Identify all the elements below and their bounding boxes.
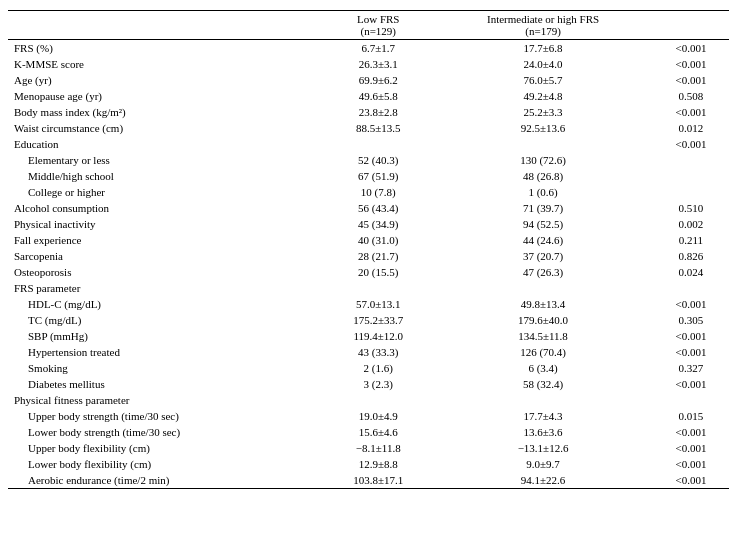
cell-variable: Elementary or less	[8, 152, 323, 168]
cell-variable: Body mass index (kg/m²)	[8, 104, 323, 120]
cell-low-frs	[323, 136, 433, 152]
table-row: Lower body flexibility (cm)12.9±8.89.0±9…	[8, 456, 729, 472]
table-row: SBP (mmHg)119.4±12.0134.5±11.8<0.001	[8, 328, 729, 344]
table-row: Aerobic endurance (time/2 min)103.8±17.1…	[8, 472, 729, 489]
table-row: Upper body flexibility (cm)−8.1±11.8−13.…	[8, 440, 729, 456]
cell-low-frs: 43 (33.3)	[323, 344, 433, 360]
cell-variable: Smoking	[8, 360, 323, 376]
col-variable	[8, 11, 323, 40]
cell-int-frs: 13.6±3.6	[433, 424, 653, 440]
cell-variable: FRS (%)	[8, 40, 323, 57]
cell-variable: Osteoporosis	[8, 264, 323, 280]
cell-variable: Alcohol consumption	[8, 200, 323, 216]
cell-pvalue: 0.012	[653, 120, 729, 136]
table-row: Waist circumstance (cm)88.5±13.592.5±13.…	[8, 120, 729, 136]
table-row: Physical inactivity45 (34.9)94 (52.5)0.0…	[8, 216, 729, 232]
cell-low-frs: 20 (15.5)	[323, 264, 433, 280]
cell-pvalue: <0.001	[653, 328, 729, 344]
cell-variable: FRS parameter	[8, 280, 323, 296]
cell-pvalue: <0.001	[653, 136, 729, 152]
table-row: Diabetes mellitus3 (2.3)58 (32.4)<0.001	[8, 376, 729, 392]
cell-int-frs: 179.6±40.0	[433, 312, 653, 328]
col-int-frs: Intermediate or high FRS(n=179)	[433, 11, 653, 40]
cell-pvalue: 0.305	[653, 312, 729, 328]
cell-pvalue	[653, 152, 729, 168]
cell-pvalue: <0.001	[653, 40, 729, 57]
cell-low-frs: 12.9±8.8	[323, 456, 433, 472]
cell-int-frs: 76.0±5.7	[433, 72, 653, 88]
cell-low-frs: 57.0±13.1	[323, 296, 433, 312]
cell-low-frs: 28 (21.7)	[323, 248, 433, 264]
cell-pvalue: <0.001	[653, 344, 729, 360]
cell-int-frs	[433, 280, 653, 296]
cell-low-frs: 19.0±4.9	[323, 408, 433, 424]
cell-low-frs: 56 (43.4)	[323, 200, 433, 216]
table-row: Body mass index (kg/m²)23.8±2.825.2±3.3<…	[8, 104, 729, 120]
table-row: HDL-C (mg/dL)57.0±13.149.8±13.4<0.001	[8, 296, 729, 312]
table-row: FRS parameter	[8, 280, 729, 296]
cell-pvalue: <0.001	[653, 472, 729, 489]
cell-int-frs: 48 (26.8)	[433, 168, 653, 184]
cell-low-frs: 175.2±33.7	[323, 312, 433, 328]
cell-pvalue: 0.826	[653, 248, 729, 264]
cell-pvalue	[653, 392, 729, 408]
cell-variable: Upper body strength (time/30 sec)	[8, 408, 323, 424]
cell-pvalue: <0.001	[653, 440, 729, 456]
table-row: K-MMSE score26.3±3.124.0±4.0<0.001	[8, 56, 729, 72]
cell-pvalue: <0.001	[653, 296, 729, 312]
cell-variable: Waist circumstance (cm)	[8, 120, 323, 136]
cell-int-frs: 49.2±4.8	[433, 88, 653, 104]
cell-variable: Physical fitness parameter	[8, 392, 323, 408]
cell-int-frs: 49.8±13.4	[433, 296, 653, 312]
cell-int-frs	[433, 136, 653, 152]
table-row: Alcohol consumption56 (43.4)71 (39.7)0.5…	[8, 200, 729, 216]
cell-low-frs: 40 (31.0)	[323, 232, 433, 248]
table-row: Age (yr)69.9±6.276.0±5.7<0.001	[8, 72, 729, 88]
cell-pvalue: <0.001	[653, 424, 729, 440]
cell-pvalue	[653, 280, 729, 296]
cell-pvalue: 0.327	[653, 360, 729, 376]
cell-int-frs: 94 (52.5)	[433, 216, 653, 232]
cell-low-frs: 15.6±4.6	[323, 424, 433, 440]
cell-int-frs: 44 (24.6)	[433, 232, 653, 248]
cell-pvalue: 0.211	[653, 232, 729, 248]
cell-int-frs: 9.0±9.7	[433, 456, 653, 472]
table-row: Elementary or less52 (40.3)130 (72.6)	[8, 152, 729, 168]
cell-low-frs: 52 (40.3)	[323, 152, 433, 168]
cell-pvalue: <0.001	[653, 72, 729, 88]
cell-variable: Menopause age (yr)	[8, 88, 323, 104]
cell-low-frs: 88.5±13.5	[323, 120, 433, 136]
cell-int-frs: 17.7±4.3	[433, 408, 653, 424]
cell-low-frs: 119.4±12.0	[323, 328, 433, 344]
table-row: Sarcopenia28 (21.7)37 (20.7)0.826	[8, 248, 729, 264]
data-table: Low FRS(n=129) Intermediate or high FRS(…	[8, 10, 729, 489]
col-low-frs: Low FRS(n=129)	[323, 11, 433, 40]
cell-int-frs	[433, 392, 653, 408]
cell-variable: College or higher	[8, 184, 323, 200]
table-row: FRS (%)6.7±1.717.7±6.8<0.001	[8, 40, 729, 57]
table-row: Fall experience40 (31.0)44 (24.6)0.211	[8, 232, 729, 248]
cell-pvalue: 0.015	[653, 408, 729, 424]
cell-variable: Fall experience	[8, 232, 323, 248]
cell-variable: Education	[8, 136, 323, 152]
cell-low-frs: 23.8±2.8	[323, 104, 433, 120]
cell-variable: Hypertension treated	[8, 344, 323, 360]
cell-int-frs: 126 (70.4)	[433, 344, 653, 360]
table-row: Menopause age (yr)49.6±5.849.2±4.80.508	[8, 88, 729, 104]
cell-pvalue: 0.002	[653, 216, 729, 232]
cell-low-frs: −8.1±11.8	[323, 440, 433, 456]
cell-pvalue: 0.510	[653, 200, 729, 216]
cell-low-frs: 2 (1.6)	[323, 360, 433, 376]
cell-variable: HDL-C (mg/dL)	[8, 296, 323, 312]
cell-pvalue	[653, 184, 729, 200]
cell-int-frs: 92.5±13.6	[433, 120, 653, 136]
cell-int-frs: 1 (0.6)	[433, 184, 653, 200]
cell-variable: Aerobic endurance (time/2 min)	[8, 472, 323, 489]
cell-int-frs: 17.7±6.8	[433, 40, 653, 57]
table-row: Smoking2 (1.6)6 (3.4)0.327	[8, 360, 729, 376]
cell-pvalue	[653, 168, 729, 184]
table-row: Lower body strength (time/30 sec)15.6±4.…	[8, 424, 729, 440]
cell-variable: Sarcopenia	[8, 248, 323, 264]
cell-variable: K-MMSE score	[8, 56, 323, 72]
cell-low-frs: 49.6±5.8	[323, 88, 433, 104]
